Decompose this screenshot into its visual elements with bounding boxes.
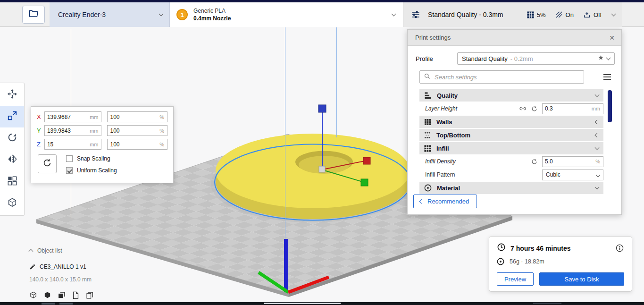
layer-height-input[interactable] [543,104,603,114]
scale-x-mm-input[interactable] [45,112,101,122]
profile-dropdown[interactable]: Standard Quality - 0.2mm [457,52,615,65]
section-label: Infill [436,145,449,152]
settings-scrollbar[interactable] [608,90,612,122]
cube-solid-icon[interactable] [43,291,51,299]
recommended-mode-button[interactable]: Recommended [413,195,477,208]
material-texts: Generic PLA 0.4mm Nozzle [193,8,392,22]
snap-scaling-checkbox[interactable]: Snap Scaling [66,155,117,162]
link-icon[interactable] [519,105,527,112]
chevron-down-icon [606,56,611,60]
support-blocker-button[interactable] [0,193,24,214]
scale-row-y: Y mm % [37,125,167,136]
setting-label: Infill Density [425,158,456,165]
object-list: Object list CE3_ANILLO 1 v1 140.0 x 140.… [29,247,94,299]
settings-search[interactable] [419,70,584,84]
search-input[interactable] [435,74,580,81]
settings-menu-button[interactable] [602,72,612,82]
nozzle-size: 0.4mm Nozzle [193,15,392,22]
scale-tool-panel: X mm % Y mm % Z mm [31,106,174,183]
reset-icon[interactable] [531,105,538,112]
taskbar-item [264,303,341,304]
mirror-tool-button[interactable] [0,149,24,171]
material-icon [424,184,432,192]
cura-window: Creality Ender-3 1 Generic PLA 0.4mm Noz… [0,0,644,305]
cube-outline-icon[interactable] [29,291,37,299]
support-blocker-icon [7,197,17,210]
scale-tool-button[interactable] [0,106,24,127]
support-icon [583,11,591,18]
scale-x-pct-input[interactable] [108,112,167,122]
info-icon[interactable] [615,244,624,253]
scale-row-z: Z mm % [37,139,167,150]
scale-x-pct-field[interactable]: % [107,111,167,122]
taskbar-item [533,303,561,304]
preview-button[interactable]: Preview [497,272,534,286]
uniform-scaling-checkbox[interactable]: Uniform Scaling [66,167,117,174]
layer-height-field[interactable]: mm [542,103,603,114]
duplicate-sheet-icon[interactable] [86,291,94,299]
walls-icon [424,119,431,126]
reset-icon [42,158,52,170]
scale-y-pct-field[interactable]: % [107,125,167,136]
chevron-down-icon [595,145,600,150]
printer-selector[interactable]: Creality Ender-3 [50,2,170,27]
infill-density-input[interactable] [543,157,603,167]
scale-z-mm-input[interactable] [45,139,101,149]
rotate-tool-button[interactable] [0,127,24,149]
setting-label: Infill Pattern [425,171,455,178]
rotate-icon [7,132,17,144]
infill-pattern-select[interactable]: Cubic [542,169,603,180]
move-tool-button[interactable] [0,84,24,106]
scale-z-pct-field[interactable]: % [107,139,167,150]
per-model-settings-button[interactable] [0,171,24,193]
print-setup-selector[interactable]: Standard Quality - 0.3mm 5% On Off [403,2,622,27]
print-settings-panel: Print settings ✕ Profile Standard Qualit… [407,29,622,215]
model-dimensions: 140.0 x 140.0 x 15.0 mm [29,276,94,283]
section-label: Material [437,185,460,192]
top-bottom-icon [424,132,431,139]
scale-y-mm-input[interactable] [45,126,101,136]
scale-z-pct-input[interactable] [108,139,167,149]
clock-icon [497,243,506,254]
object-list-toggle[interactable]: Object list [29,247,94,254]
scale-icon [7,110,17,123]
gizmo-x-handle[interactable] [363,157,370,164]
support-status: Off [583,11,602,18]
print-settings-header: Print settings ✕ [408,30,621,46]
reset-scale-button[interactable] [38,154,57,173]
scale-y-pct-input[interactable] [108,126,167,136]
copy-model-icon[interactable] [58,291,66,299]
infill-density-field[interactable]: % [542,156,603,167]
material-selector[interactable]: 1 Generic PLA 0.4mm Nozzle [170,2,403,27]
material-usage: 56g · 18.82m [510,258,544,265]
window-top-strip [0,0,644,2]
section-quality[interactable]: Quality [419,89,603,102]
move-icon [7,89,17,101]
section-material[interactable]: Material [419,182,603,194]
open-file-button[interactable] [22,6,45,24]
chevron-down-icon [611,12,616,17]
reset-icon[interactable] [531,158,538,165]
scale-x-mm-field[interactable]: mm [44,111,102,122]
save-to-disk-button[interactable]: Save to Disk [539,272,624,286]
recommended-label: Recommended [427,198,469,205]
section-top-bottom[interactable]: Top/Bottom [419,129,603,141]
taskbar-strip [0,302,644,305]
gizmo-y-handle[interactable] [361,179,368,186]
gizmo-center-handle[interactable] [319,166,325,172]
scale-y-mm-field[interactable]: mm [44,125,102,136]
model-anillo[interactable] [215,134,411,220]
gizmo-z-handle[interactable] [318,105,326,112]
close-icon[interactable]: ✕ [609,34,615,41]
uniform-scaling-label: Uniform Scaling [77,167,117,174]
scale-z-mm-field[interactable]: mm [44,139,102,150]
taskbar-item [59,303,73,305]
profile-suffix: - 0.2mm [510,55,533,62]
main-toolbar: Creality Ender-3 1 Generic PLA 0.4mm Noz… [0,2,644,27]
sheet-icon[interactable] [72,291,80,299]
section-infill[interactable]: Infill [419,142,603,154]
section-walls[interactable]: Walls [419,116,603,128]
axis-y-label: Y [37,127,44,134]
chevron-down-icon [595,93,600,97]
object-list-item[interactable]: CE3_ANILLO 1 v1 [29,263,94,270]
